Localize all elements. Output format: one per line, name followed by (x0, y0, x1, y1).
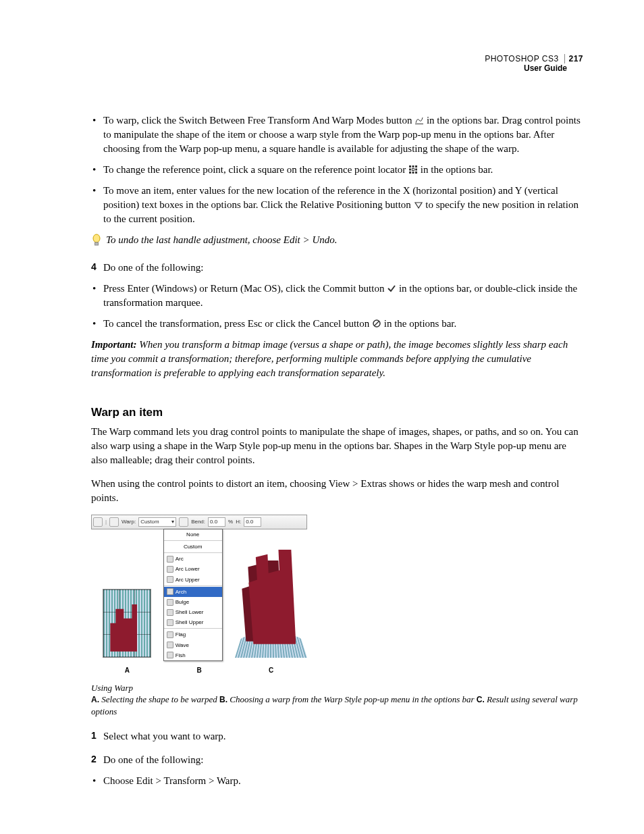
dd-item-arclower: Arc Lower (164, 564, 222, 574)
header-subtitle: User Guide (91, 63, 567, 73)
step-number: 1 (91, 729, 103, 744)
text: To cancel the transformation, press Esc … (103, 318, 372, 329)
svg-rect-3 (415, 165, 417, 167)
caption-b-label: B. (219, 695, 227, 704)
dd-item-fish: Fish (164, 650, 222, 660)
tool-icon (93, 517, 103, 527)
paragraph: When using the control points to distort… (91, 477, 583, 505)
step-text: Do one of the following: (103, 261, 203, 275)
caption-a-text: Selecting the shape to be warped (99, 694, 219, 704)
figure-warp: | Warp: Custom▾ Bend: 0.0 % H: 0.0 None (91, 515, 307, 675)
important-text: When you transform a bitmap image (versu… (91, 339, 568, 378)
warp-style-dropdown: None Custom Arc Arc Lower Arc Upper Arch… (163, 529, 223, 661)
page-header: PHOTOSHOP CS3 217 User Guide (91, 54, 583, 73)
dd-item-shelllower: Shell Lower (164, 607, 222, 617)
bullet-list-3: Choose Edit > Transform > Warp. (91, 774, 583, 788)
svg-rect-1 (409, 165, 411, 167)
figure-toolbar: | Warp: Custom▾ Bend: 0.0 % H: 0.0 (91, 515, 307, 529)
warp-label: Warp: (122, 518, 136, 525)
product-name: PHOTOSHOP CS3 (485, 54, 558, 63)
dd-item-shellupper: Shell Upper (164, 617, 222, 627)
text: Press Enter (Windows) or Return (Mac OS)… (103, 283, 387, 294)
bend-label: Bend: (191, 518, 205, 525)
step-text: Do one of the following: (103, 753, 203, 767)
label-b: B (163, 666, 236, 675)
header-product-line: PHOTOSHOP CS3 217 (91, 54, 583, 63)
paragraph: The Warp command lets you drag control p… (91, 425, 583, 467)
h-label: H: (236, 518, 241, 525)
bullet-list-1: To warp, click the Switch Between Free T… (91, 113, 583, 226)
tip-text: To undo the last handle adjustment, choo… (106, 233, 337, 247)
caption-title: Using Warp (91, 683, 133, 693)
tip-note: To undo the last handle adjustment, choo… (91, 233, 583, 251)
relative-positioning-icon (414, 199, 423, 209)
bend-value: 0.0 (208, 517, 225, 527)
figure-body: None Custom Arc Arc Lower Arc Upper Arch… (91, 529, 307, 664)
text: in the options bar. (421, 164, 493, 175)
dd-item-custom: Custom (164, 542, 222, 552)
reference-point-locator-icon (408, 164, 418, 174)
h-value: 0.0 (244, 517, 261, 527)
percent-label: % (228, 518, 233, 525)
dd-item-flag: Flag (164, 629, 222, 640)
bullet-list-2: Press Enter (Windows) or Return (Mac OS)… (91, 282, 583, 331)
page: PHOTOSHOP CS3 217 User Guide To warp, cl… (0, 0, 644, 834)
figure-col-b: None Custom Arc Arc Lower Arc Upper Arch… (163, 529, 236, 664)
figure-caption: Using Warp A. Selecting the shape to be … (91, 682, 583, 718)
page-number: 217 (564, 54, 583, 63)
list-item: Choose Edit > Transform > Warp. (91, 774, 583, 788)
text: To change the reference point, click a s… (103, 164, 408, 175)
warp-source-image (103, 589, 151, 658)
svg-line-13 (374, 321, 379, 326)
step-number: 4 (91, 261, 103, 275)
warp-mode-icon (414, 115, 424, 124)
warp-result-image (235, 529, 307, 664)
svg-rect-11 (95, 242, 99, 245)
divider: | (105, 518, 107, 525)
step-2: 2 Do one of the following: (91, 753, 583, 767)
cancel-icon (372, 318, 381, 328)
caption-a-label: A. (91, 695, 99, 704)
commit-icon (387, 283, 396, 292)
caption-c-label: C. (477, 695, 485, 704)
warp-value: Custom (140, 518, 159, 525)
important-label: Important: (91, 339, 137, 350)
dd-item-bulge: Bulge (164, 597, 222, 607)
svg-rect-9 (415, 172, 417, 174)
dd-item-arcupper: Arc Upper (164, 575, 222, 585)
important-note: Important: When you transform a bitmap i… (91, 338, 583, 380)
svg-rect-6 (415, 169, 417, 171)
step-text: Select what you want to warp. (103, 729, 226, 744)
caption-b-text: Choosing a warp from the Warp Style pop-… (227, 694, 477, 704)
dd-item-arc: Arc (164, 554, 222, 564)
svg-rect-5 (412, 169, 414, 171)
step-number: 2 (91, 753, 103, 767)
orientation-icon (179, 517, 188, 527)
list-item: Press Enter (Windows) or Return (Mac OS)… (91, 282, 583, 310)
svg-rect-0 (415, 124, 423, 124)
label-c: C (235, 666, 307, 675)
step-1: 1 Select what you want to warp. (91, 729, 583, 744)
content: To warp, click the Switch Between Free T… (91, 113, 583, 788)
lightbulb-icon (91, 234, 102, 251)
locator-icon (109, 517, 119, 527)
svg-rect-2 (412, 165, 414, 167)
dd-item-none: None (164, 529, 222, 540)
svg-point-10 (93, 234, 100, 242)
figure-col-c (235, 529, 307, 664)
label-a: A (91, 666, 163, 675)
dd-item-wave: Wave (164, 640, 222, 650)
list-item: To cancel the transformation, press Esc … (91, 317, 583, 331)
text: To warp, click the Switch Between Free T… (103, 115, 414, 126)
figure-labels: A B C (91, 666, 307, 675)
step-4: 4 Do one of the following: (91, 261, 583, 275)
list-item: To move an item, enter values for the ne… (91, 184, 583, 226)
figure-col-a (91, 529, 163, 664)
section-title: Warp an item (91, 405, 583, 421)
list-item: To warp, click the Switch Between Free T… (91, 113, 583, 156)
list-item: To change the reference point, click a s… (91, 163, 583, 177)
text: in the options bar. (384, 318, 457, 329)
warp-select: Custom▾ (138, 517, 176, 527)
svg-rect-4 (409, 169, 411, 171)
svg-rect-8 (412, 172, 414, 174)
